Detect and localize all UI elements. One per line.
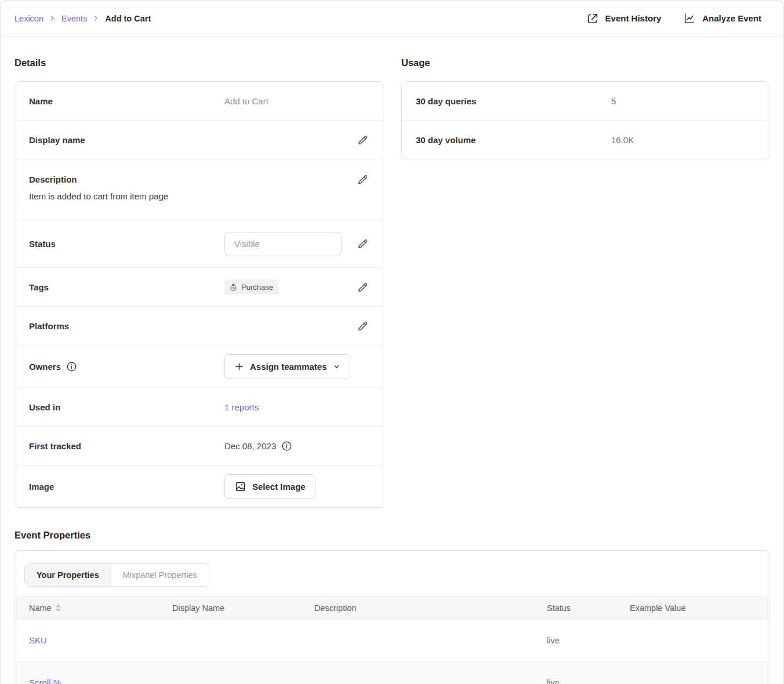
scroll-description [314,662,547,684]
breadcrumb-current-event: Add to Cart [105,14,151,23]
detail-row-tags: Tags $ Purchase [15,267,383,306]
column-description-label: Description [314,596,547,620]
breadcrumb: Lexicon Events Add to Cart [14,14,151,23]
tab-your-properties[interactable]: Your Properties [25,564,111,586]
description-value: Item is added to cart from item page [29,191,369,201]
detail-row-status: Status Visible [15,220,383,267]
money-bag-icon: $ [229,283,238,292]
used-in-reports-link[interactable]: 1 reports [224,402,259,412]
sku-description [314,620,547,662]
image-label: Image [29,482,224,492]
status-select[interactable]: Visible [224,232,342,256]
event-properties-title: Event Properties [14,530,770,541]
column-name-label: Name [29,603,52,613]
edit-pencil-icon[interactable] [356,173,369,185]
assign-teammates-button[interactable]: Assign teammates [224,354,350,379]
event-history-label: Event History [605,13,662,23]
volume-label: 30 day volume [416,135,611,145]
tags-label: Tags [29,282,224,292]
edit-pencil-icon[interactable] [356,133,369,146]
detail-row-image: Image Select Image [15,465,383,507]
properties-tab-group: Your Properties Mixpanel Properties [24,563,209,587]
chevron-right-icon [49,15,56,21]
tab-mixpanel-properties[interactable]: Mixpanel Properties [111,564,209,586]
property-link-scroll-percent[interactable]: Scroll % [29,678,61,684]
detail-row-name: Name Add to Cart [15,82,383,120]
external-link-icon [586,12,599,25]
used-in-label: Used in [29,402,224,412]
info-icon[interactable] [66,361,77,372]
top-bar: Lexicon Events Add to Cart Event History [1,1,783,37]
detail-row-owners: Owners Assign teammates [15,345,383,387]
detail-row-platforms: Platforms [15,306,383,345]
select-image-label: Select Image [252,482,306,492]
lexicon-event-detail-page: Lexicon Events Add to Cart Event History [0,0,784,684]
detail-row-used-in: Used in 1 reports [15,387,383,426]
name-label: Name [29,96,224,106]
column-example-value-label: Example Value [630,596,769,620]
sku-example-value [630,620,769,662]
tag-chip-purchase[interactable]: $ Purchase [224,279,279,294]
assign-teammates-label: Assign teammates [250,362,327,372]
usage-title: Usage [401,57,770,68]
plus-icon [234,362,244,372]
main-content: Details Name Add to Cart Display name [1,37,783,684]
detail-row-description: Description Item is added to cart from i… [15,159,383,220]
chevron-right-icon [93,15,99,21]
status-label: Status [29,239,224,249]
first-tracked-value: Dec 08, 2023 [224,441,276,451]
header-actions: Event History Analyze Event [586,12,761,25]
detail-row-first-tracked: First tracked Dec 08, 2023 [15,426,383,465]
scroll-status: live [547,662,630,684]
properties-table-header: Name Display Name Description Status Exa… [15,596,769,620]
queries-value: 5 [611,96,616,106]
volume-value: 16.0K [611,135,634,145]
usage-row-volume: 30 day volume 16.0K [402,120,769,159]
sku-display-name [172,620,314,662]
details-section: Details Name Add to Cart Display name [14,57,383,508]
breadcrumb-lexicon-link[interactable]: Lexicon [14,14,43,23]
scroll-example-value [630,662,769,684]
edit-pencil-icon[interactable] [356,319,369,332]
table-row-scroll-percent[interactable]: Scroll % live [15,662,769,684]
line-chart-icon [683,12,696,25]
owners-label: Owners [29,362,61,372]
sku-status: live [547,620,630,662]
description-label: Description [29,174,224,184]
analyze-event-button[interactable]: Analyze Event [683,12,761,25]
column-display-name-label: Display Name [172,596,314,620]
event-properties-card: Your Properties Mixpanel Properties Name [14,550,770,684]
usage-section: Usage 30 day queries 5 30 day volume 16.… [401,57,770,508]
image-icon [234,481,246,493]
first-tracked-label: First tracked [29,441,224,451]
tag-label: Purchase [241,283,273,292]
details-title: Details [14,57,383,68]
chevron-down-icon [333,363,340,370]
event-history-button[interactable]: Event History [586,12,662,25]
details-card: Name Add to Cart Display name Descriptio… [14,81,383,508]
svg-text:$: $ [233,286,235,290]
table-row-sku[interactable]: SKU live [15,620,769,662]
scroll-display-name [172,662,314,684]
edit-pencil-icon[interactable] [356,281,369,293]
analyze-event-label: Analyze Event [702,13,761,23]
sort-arrows-icon [56,604,61,612]
usage-row-queries: 30 day queries 5 [402,82,769,120]
status-value: Visible [234,239,260,249]
edit-pencil-icon[interactable] [356,238,369,250]
properties-table: Name Display Name Description Status Exa… [15,596,769,684]
property-link-sku[interactable]: SKU [29,635,47,645]
select-image-button[interactable]: Select Image [224,474,315,499]
display-name-label: Display name [29,135,224,145]
column-status-label: Status [547,596,630,620]
event-properties-section: Event Properties Your Properties Mixpane… [14,530,770,684]
breadcrumb-events-link[interactable]: Events [61,14,87,23]
name-value: Add to Cart [224,96,268,106]
platforms-label: Platforms [29,321,224,331]
usage-card: 30 day queries 5 30 day volume 16.0K [401,81,770,159]
detail-row-display-name: Display name [15,120,383,159]
queries-label: 30 day queries [416,96,611,106]
info-icon[interactable] [281,441,292,452]
column-name-sort[interactable]: Name [29,603,172,613]
